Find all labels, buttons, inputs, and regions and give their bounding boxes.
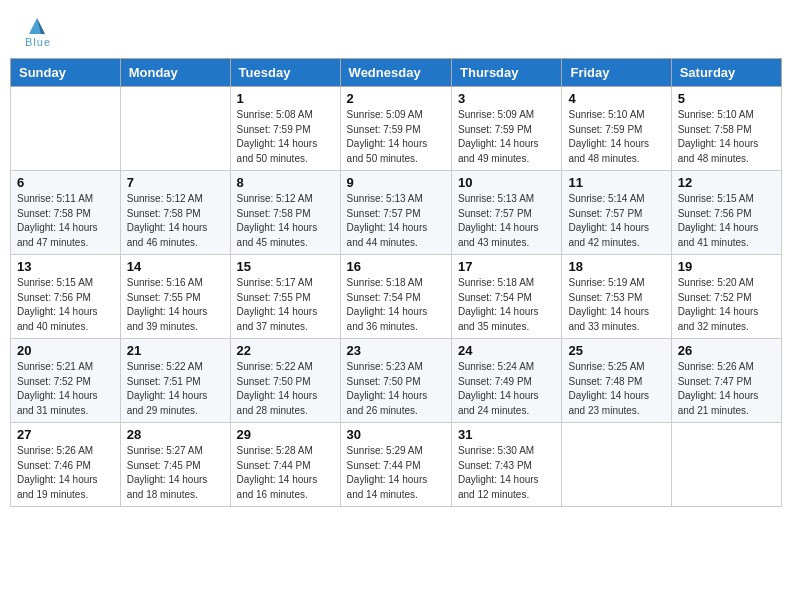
day-number: 5 xyxy=(678,91,775,106)
calendar-week-row: 20Sunrise: 5:21 AM Sunset: 7:52 PM Dayli… xyxy=(11,339,782,423)
page-header: Blue xyxy=(10,10,782,53)
cell-info: Sunrise: 5:10 AM Sunset: 7:58 PM Dayligh… xyxy=(678,108,775,166)
day-number: 21 xyxy=(127,343,224,358)
day-number: 24 xyxy=(458,343,555,358)
day-number: 1 xyxy=(237,91,334,106)
cell-info: Sunrise: 5:13 AM Sunset: 7:57 PM Dayligh… xyxy=(347,192,445,250)
cell-info: Sunrise: 5:22 AM Sunset: 7:51 PM Dayligh… xyxy=(127,360,224,418)
day-number: 10 xyxy=(458,175,555,190)
calendar-week-row: 13Sunrise: 5:15 AM Sunset: 7:56 PM Dayli… xyxy=(11,255,782,339)
calendar-cell: 16Sunrise: 5:18 AM Sunset: 7:54 PM Dayli… xyxy=(340,255,451,339)
cell-info: Sunrise: 5:09 AM Sunset: 7:59 PM Dayligh… xyxy=(347,108,445,166)
calendar-cell: 30Sunrise: 5:29 AM Sunset: 7:44 PM Dayli… xyxy=(340,423,451,507)
day-number: 29 xyxy=(237,427,334,442)
day-number: 15 xyxy=(237,259,334,274)
day-number: 30 xyxy=(347,427,445,442)
calendar-cell: 27Sunrise: 5:26 AM Sunset: 7:46 PM Dayli… xyxy=(11,423,121,507)
cell-info: Sunrise: 5:18 AM Sunset: 7:54 PM Dayligh… xyxy=(347,276,445,334)
calendar-cell: 20Sunrise: 5:21 AM Sunset: 7:52 PM Dayli… xyxy=(11,339,121,423)
calendar-cell: 13Sunrise: 5:15 AM Sunset: 7:56 PM Dayli… xyxy=(11,255,121,339)
calendar-cell: 14Sunrise: 5:16 AM Sunset: 7:55 PM Dayli… xyxy=(120,255,230,339)
day-header-thursday: Thursday xyxy=(452,59,562,87)
calendar-cell xyxy=(671,423,781,507)
day-number: 8 xyxy=(237,175,334,190)
cell-info: Sunrise: 5:08 AM Sunset: 7:59 PM Dayligh… xyxy=(237,108,334,166)
cell-info: Sunrise: 5:15 AM Sunset: 7:56 PM Dayligh… xyxy=(17,276,114,334)
day-number: 19 xyxy=(678,259,775,274)
day-number: 4 xyxy=(568,91,664,106)
day-number: 27 xyxy=(17,427,114,442)
day-number: 6 xyxy=(17,175,114,190)
cell-info: Sunrise: 5:25 AM Sunset: 7:48 PM Dayligh… xyxy=(568,360,664,418)
cell-info: Sunrise: 5:09 AM Sunset: 7:59 PM Dayligh… xyxy=(458,108,555,166)
calendar-cell: 11Sunrise: 5:14 AM Sunset: 7:57 PM Dayli… xyxy=(562,171,671,255)
calendar-cell: 22Sunrise: 5:22 AM Sunset: 7:50 PM Dayli… xyxy=(230,339,340,423)
day-number: 22 xyxy=(237,343,334,358)
cell-info: Sunrise: 5:10 AM Sunset: 7:59 PM Dayligh… xyxy=(568,108,664,166)
day-number: 16 xyxy=(347,259,445,274)
calendar-cell: 25Sunrise: 5:25 AM Sunset: 7:48 PM Dayli… xyxy=(562,339,671,423)
calendar-cell: 19Sunrise: 5:20 AM Sunset: 7:52 PM Dayli… xyxy=(671,255,781,339)
cell-info: Sunrise: 5:30 AM Sunset: 7:43 PM Dayligh… xyxy=(458,444,555,502)
cell-info: Sunrise: 5:22 AM Sunset: 7:50 PM Dayligh… xyxy=(237,360,334,418)
day-number: 3 xyxy=(458,91,555,106)
cell-info: Sunrise: 5:20 AM Sunset: 7:52 PM Dayligh… xyxy=(678,276,775,334)
cell-info: Sunrise: 5:11 AM Sunset: 7:58 PM Dayligh… xyxy=(17,192,114,250)
day-number: 17 xyxy=(458,259,555,274)
day-header-monday: Monday xyxy=(120,59,230,87)
cell-info: Sunrise: 5:26 AM Sunset: 7:47 PM Dayligh… xyxy=(678,360,775,418)
cell-info: Sunrise: 5:19 AM Sunset: 7:53 PM Dayligh… xyxy=(568,276,664,334)
day-number: 23 xyxy=(347,343,445,358)
cell-info: Sunrise: 5:23 AM Sunset: 7:50 PM Dayligh… xyxy=(347,360,445,418)
day-header-saturday: Saturday xyxy=(671,59,781,87)
calendar-header-row: SundayMondayTuesdayWednesdayThursdayFrid… xyxy=(11,59,782,87)
cell-info: Sunrise: 5:12 AM Sunset: 7:58 PM Dayligh… xyxy=(127,192,224,250)
cell-info: Sunrise: 5:18 AM Sunset: 7:54 PM Dayligh… xyxy=(458,276,555,334)
calendar-cell: 4Sunrise: 5:10 AM Sunset: 7:59 PM Daylig… xyxy=(562,87,671,171)
calendar-cell xyxy=(120,87,230,171)
calendar-cell: 15Sunrise: 5:17 AM Sunset: 7:55 PM Dayli… xyxy=(230,255,340,339)
cell-info: Sunrise: 5:29 AM Sunset: 7:44 PM Dayligh… xyxy=(347,444,445,502)
day-header-wednesday: Wednesday xyxy=(340,59,451,87)
day-number: 7 xyxy=(127,175,224,190)
calendar-cell: 23Sunrise: 5:23 AM Sunset: 7:50 PM Dayli… xyxy=(340,339,451,423)
calendar-cell: 2Sunrise: 5:09 AM Sunset: 7:59 PM Daylig… xyxy=(340,87,451,171)
calendar-cell: 5Sunrise: 5:10 AM Sunset: 7:58 PM Daylig… xyxy=(671,87,781,171)
logo-icon xyxy=(27,16,47,36)
logo: Blue xyxy=(25,20,51,48)
cell-info: Sunrise: 5:17 AM Sunset: 7:55 PM Dayligh… xyxy=(237,276,334,334)
calendar-cell: 18Sunrise: 5:19 AM Sunset: 7:53 PM Dayli… xyxy=(562,255,671,339)
calendar-cell: 26Sunrise: 5:26 AM Sunset: 7:47 PM Dayli… xyxy=(671,339,781,423)
day-header-sunday: Sunday xyxy=(11,59,121,87)
calendar-cell: 17Sunrise: 5:18 AM Sunset: 7:54 PM Dayli… xyxy=(452,255,562,339)
day-number: 20 xyxy=(17,343,114,358)
day-number: 28 xyxy=(127,427,224,442)
calendar-week-row: 1Sunrise: 5:08 AM Sunset: 7:59 PM Daylig… xyxy=(11,87,782,171)
day-number: 12 xyxy=(678,175,775,190)
calendar-cell: 3Sunrise: 5:09 AM Sunset: 7:59 PM Daylig… xyxy=(452,87,562,171)
day-number: 26 xyxy=(678,343,775,358)
calendar-cell xyxy=(11,87,121,171)
cell-info: Sunrise: 5:27 AM Sunset: 7:45 PM Dayligh… xyxy=(127,444,224,502)
calendar-week-row: 6Sunrise: 5:11 AM Sunset: 7:58 PM Daylig… xyxy=(11,171,782,255)
day-header-friday: Friday xyxy=(562,59,671,87)
calendar-cell: 29Sunrise: 5:28 AM Sunset: 7:44 PM Dayli… xyxy=(230,423,340,507)
day-number: 11 xyxy=(568,175,664,190)
cell-info: Sunrise: 5:24 AM Sunset: 7:49 PM Dayligh… xyxy=(458,360,555,418)
day-header-tuesday: Tuesday xyxy=(230,59,340,87)
day-number: 31 xyxy=(458,427,555,442)
cell-info: Sunrise: 5:12 AM Sunset: 7:58 PM Dayligh… xyxy=(237,192,334,250)
calendar-cell: 21Sunrise: 5:22 AM Sunset: 7:51 PM Dayli… xyxy=(120,339,230,423)
calendar-cell: 9Sunrise: 5:13 AM Sunset: 7:57 PM Daylig… xyxy=(340,171,451,255)
calendar-cell: 1Sunrise: 5:08 AM Sunset: 7:59 PM Daylig… xyxy=(230,87,340,171)
cell-info: Sunrise: 5:15 AM Sunset: 7:56 PM Dayligh… xyxy=(678,192,775,250)
logo-tagline: Blue xyxy=(25,36,51,48)
calendar-cell: 6Sunrise: 5:11 AM Sunset: 7:58 PM Daylig… xyxy=(11,171,121,255)
calendar-cell: 31Sunrise: 5:30 AM Sunset: 7:43 PM Dayli… xyxy=(452,423,562,507)
day-number: 2 xyxy=(347,91,445,106)
calendar-cell: 10Sunrise: 5:13 AM Sunset: 7:57 PM Dayli… xyxy=(452,171,562,255)
cell-info: Sunrise: 5:28 AM Sunset: 7:44 PM Dayligh… xyxy=(237,444,334,502)
day-number: 18 xyxy=(568,259,664,274)
calendar-cell: 28Sunrise: 5:27 AM Sunset: 7:45 PM Dayli… xyxy=(120,423,230,507)
day-number: 9 xyxy=(347,175,445,190)
